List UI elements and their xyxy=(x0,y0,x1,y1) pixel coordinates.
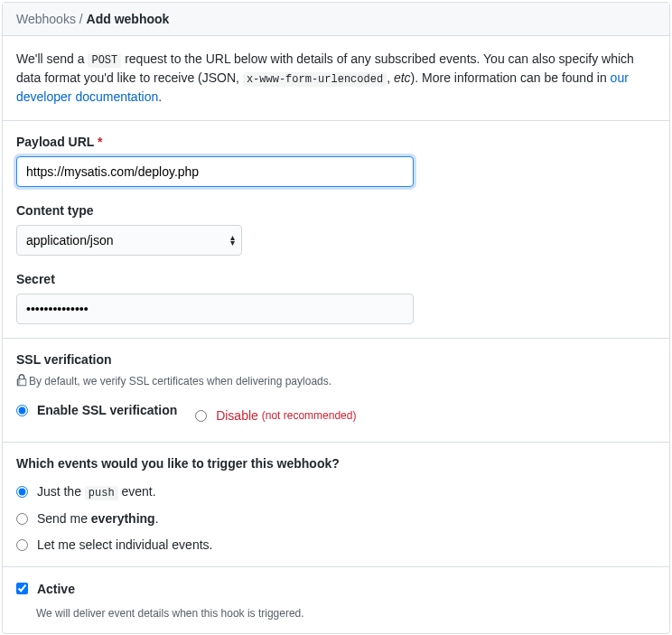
payload-url-label: Payload URL * xyxy=(16,135,656,149)
ssl-disable-radio[interactable] xyxy=(195,410,207,422)
intro-part4: ). More information can be found in xyxy=(411,70,611,85)
ssl-enable-label: Enable SSL verification xyxy=(37,403,177,417)
ssl-disable-label: Disable xyxy=(216,408,258,423)
secret-label: Secret xyxy=(16,272,656,286)
events-everything-label: Send me everything. xyxy=(37,511,159,526)
secret-field: Secret xyxy=(16,272,656,324)
basic-fields-section: Payload URL * Content type application/j… xyxy=(3,121,669,339)
secret-input[interactable] xyxy=(16,294,414,324)
content-type-field: Content type application/json ▴▾ xyxy=(16,203,656,256)
lock-icon xyxy=(16,374,27,389)
events-section: Which events would you like to trigger t… xyxy=(3,443,669,566)
events-question: Which events would you like to trigger t… xyxy=(16,456,656,471)
intro-part5: . xyxy=(158,89,162,104)
ssl-disable-row: Disable (not recommended) xyxy=(195,407,356,423)
content-type-select[interactable]: application/json xyxy=(16,225,242,256)
payload-url-input[interactable] xyxy=(16,156,414,187)
intro-etc: etc xyxy=(394,70,411,85)
events-everything-row: Send me everything. xyxy=(16,510,656,526)
events-individual-row: Let me select individual events. xyxy=(16,537,656,552)
push-code: push xyxy=(85,486,118,500)
events-push-radio[interactable] xyxy=(16,486,28,498)
active-description: We will deliver event details when this … xyxy=(36,607,656,620)
ssl-section: SSL verification By default, we verify S… xyxy=(3,339,669,443)
ssl-note: By default, we verify SSL certificates w… xyxy=(16,374,656,389)
active-section: Active We will deliver event details whe… xyxy=(3,567,669,633)
active-label: Active xyxy=(37,582,75,596)
breadcrumb-separator: / xyxy=(79,12,83,26)
content-type-label: Content type xyxy=(16,203,656,218)
ssl-enable-radio[interactable] xyxy=(16,405,28,416)
ssl-enable-row: Enable SSL verification xyxy=(16,402,177,417)
breadcrumb-current: Add webhook xyxy=(87,12,170,26)
breadcrumb: Webhooks / Add webhook xyxy=(3,3,669,36)
events-push-label: Just the push event. xyxy=(37,484,156,499)
events-everything-radio[interactable] xyxy=(16,513,28,525)
events-individual-radio[interactable] xyxy=(16,539,28,551)
intro-text: We'll send a POST request to the URL bel… xyxy=(3,36,669,121)
ssl-not-recommended: (not recommended) xyxy=(262,409,357,422)
intro-part1: We'll send a xyxy=(16,51,88,66)
breadcrumb-parent[interactable]: Webhooks xyxy=(16,12,76,26)
intro-part3: , xyxy=(387,70,394,85)
ssl-heading: SSL verification xyxy=(16,352,656,367)
webhook-form-container: Webhooks / Add webhook We'll send a POST… xyxy=(2,2,670,634)
events-individual-label: Let me select individual events. xyxy=(37,538,213,553)
required-indicator: * xyxy=(98,135,102,149)
post-code: POST xyxy=(88,53,121,68)
active-checkbox[interactable] xyxy=(16,583,28,594)
events-push-row: Just the push event. xyxy=(16,483,656,500)
form-code: x-www-form-urlencoded xyxy=(243,72,387,87)
payload-url-field: Payload URL * xyxy=(16,135,656,187)
